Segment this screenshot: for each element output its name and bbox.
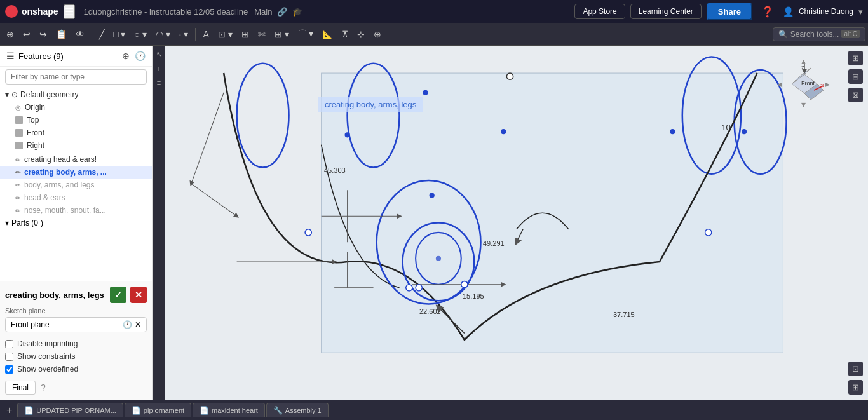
history-btn[interactable]: 🕐 <box>133 50 147 62</box>
svg-point-20 <box>423 90 428 95</box>
tab-label-1: UPDATED PIP ORNAM... <box>36 407 116 414</box>
help-button[interactable]: ❓ <box>757 4 778 19</box>
head-ears-label: creating head & ears! <box>24 155 97 164</box>
dim-15195: 15.195 <box>463 292 484 300</box>
svg-text:Front: Front <box>801 80 815 86</box>
disable-imprinting-checkbox[interactable] <box>5 340 13 348</box>
svg-line-8 <box>191 93 224 184</box>
disable-imprinting-row: Disable imprinting <box>5 337 147 350</box>
svg-point-21 <box>501 129 506 134</box>
confirm-button[interactable]: ✓ <box>110 287 126 303</box>
sidebar-item-body-arms[interactable]: ✏ body, arms, and legs <box>0 179 152 191</box>
filter-input[interactable] <box>5 69 147 85</box>
right-panel-btn-3[interactable]: ⊠ <box>848 88 863 102</box>
sidebar-item-front[interactable]: Front <box>0 126 152 139</box>
sidebar-item-nose[interactable]: ✏ nose, mouth, snout, fa... <box>0 204 152 217</box>
nav-cube[interactable]: Front Z X ▾ ◂ ▸ ▴ <box>776 55 833 112</box>
share-button[interactable]: Share <box>707 3 752 20</box>
sidebar-item-creating-body[interactable]: ✏ creating body, arms, ... <box>0 166 152 179</box>
sketch-btn[interactable]: 📋 <box>52 27 71 41</box>
sidebar-item-head-ears-2[interactable]: ✏ head & ears <box>0 191 152 204</box>
right-panel-btn-1[interactable]: ⊞ <box>848 51 863 65</box>
mini-tool-btn[interactable]: ≡ <box>155 77 163 88</box>
help-button-sketch[interactable]: ? <box>41 383 46 393</box>
tab-icon-2: 📄 <box>132 406 141 415</box>
tab-icon-4: 🔧 <box>273 406 283 415</box>
transform-tool[interactable]: ⊡ ▾ <box>214 27 236 41</box>
body-arms-label: body, arms, and legs <box>24 180 95 189</box>
add-feature-btn[interactable]: ⊕ <box>3 27 18 41</box>
tab-updated-pip[interactable]: 📄 UPDATED PIP ORNAM... <box>17 403 123 417</box>
origin-label: Origin <box>25 103 45 112</box>
user-name: Christine Duong <box>799 7 853 16</box>
sidebar-icons: ⊕ 🕐 <box>121 50 147 62</box>
final-button[interactable]: Final <box>5 381 36 395</box>
features-count-label: Features (9) <box>18 51 64 61</box>
search-tools-box[interactable]: 🔍 Search tools... alt C <box>773 27 865 41</box>
bottom-right-btn-1[interactable]: ⊡ <box>848 362 863 376</box>
tab-maxident[interactable]: 📄 maxident heart <box>193 403 265 417</box>
default-geometry-section: ▾ ⊙ Default geometry ◎ Origin Top Front <box>0 87 152 153</box>
mini-select-btn[interactable]: ↖ <box>154 48 164 60</box>
plane-icon <box>15 129 23 137</box>
view-btn[interactable]: 👁 <box>72 27 88 41</box>
hamburger-menu[interactable]: ☰ <box>64 4 75 19</box>
right-panel-btn-2[interactable]: ⊟ <box>848 69 863 84</box>
tab-label-2: pip ornament <box>144 407 184 414</box>
right-label: Right <box>27 141 44 150</box>
fillet-tool[interactable]: ⌒ ▾ <box>294 27 318 42</box>
text-tool[interactable]: A <box>199 27 212 41</box>
cancel-button[interactable]: ✕ <box>130 287 147 303</box>
show-overdefined-checkbox[interactable] <box>5 365 13 374</box>
svg-point-25 <box>436 256 441 261</box>
dim-tool[interactable]: ⊼ <box>338 27 352 41</box>
chevron-down-icon-parts: ▾ <box>5 219 9 227</box>
sidebar-collapse-btn[interactable]: ☰ <box>5 50 16 62</box>
brand-name: onshape <box>22 6 58 17</box>
mini-zoom-btn[interactable]: + <box>155 63 163 74</box>
point-tool[interactable]: · ▾ <box>175 27 193 41</box>
trim-tool[interactable]: ✄ <box>254 27 269 41</box>
undo-btn[interactable]: ↩ <box>19 27 34 41</box>
app-store-button[interactable]: App Store <box>574 4 625 19</box>
svg-point-26 <box>305 229 311 236</box>
learning-center-button[interactable]: Learning Center <box>630 4 702 19</box>
rect-tool[interactable]: □ ▾ <box>109 27 129 41</box>
svg-line-9 <box>191 184 237 216</box>
show-overdefined-row: Show overdefined <box>5 363 147 376</box>
svg-point-30 <box>705 229 712 236</box>
circle-tool[interactable]: ○ ▾ <box>130 27 150 41</box>
sidebar-item-head-ears[interactable]: ✏ creating head & ears! <box>0 153 152 166</box>
tab-label-4: Assembly 1 <box>285 407 322 414</box>
bottom-right-btn-2[interactable]: ⊞ <box>848 380 863 395</box>
align-tool[interactable]: ⊞ <box>238 27 253 41</box>
default-geometry-group[interactable]: ▾ ⊙ Default geometry <box>0 88 152 101</box>
select-tool[interactable]: ⊕ <box>370 27 385 41</box>
sidebar-item-origin[interactable]: ◎ Origin <box>0 101 152 114</box>
plane-value: Front plane <box>11 320 50 329</box>
sidebar-item-right[interactable]: Right <box>0 139 152 152</box>
sidebar-item-top[interactable]: Top <box>0 114 152 126</box>
sketch-active-icon: ✏ <box>15 169 20 176</box>
constraint-tool[interactable]: ⊹ <box>353 27 369 41</box>
link-icon: 🔗 <box>277 7 287 17</box>
shortcut-label: alt C <box>841 30 860 38</box>
pattern-tool[interactable]: ⊞ ▾ <box>271 27 293 41</box>
plane-select[interactable]: Front plane 🕐 ✕ <box>5 317 147 332</box>
show-constraints-checkbox[interactable] <box>5 353 13 361</box>
chevron-down-icon: ▾ <box>5 90 9 99</box>
svg-point-19 <box>345 132 350 137</box>
redo-btn[interactable]: ↪ <box>36 27 51 41</box>
add-feature-btn[interactable]: ⊕ <box>121 50 131 62</box>
parts-label-close: ) <box>41 219 43 227</box>
tab-assembly[interactable]: 🔧 Assembly 1 <box>266 403 329 417</box>
arc-tool[interactable]: ◠ ▾ <box>152 27 174 41</box>
tab-pip-ornament[interactable]: 📄 pip ornament <box>125 403 191 417</box>
tab-add-button[interactable]: + <box>3 403 16 417</box>
parts-section[interactable]: ▾ Parts (0 ) <box>0 217 152 229</box>
grad-icon: 🎓 <box>292 7 302 17</box>
line-tool[interactable]: ╱ <box>95 27 108 41</box>
sidebar: ☰ Features (9) ⊕ 🕐 ▾ ⊙ Default geometry … <box>0 46 153 400</box>
canvas-area: ↖ + ≡ <box>153 46 868 400</box>
measure-tool[interactable]: 📐 <box>318 27 337 41</box>
